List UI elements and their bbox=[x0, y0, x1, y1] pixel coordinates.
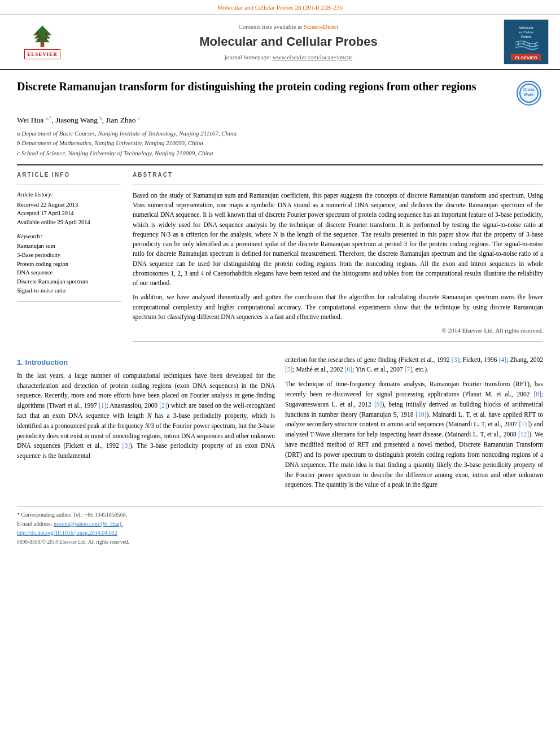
svg-text:and Cellular: and Cellular bbox=[519, 30, 534, 34]
abstract-divider-top bbox=[133, 185, 543, 185]
keyword-2: 3-Base periodicity bbox=[17, 251, 121, 260]
ref-1[interactable]: [1] bbox=[99, 402, 106, 409]
abstract-paragraph-1: Based on the study of Ramanujan sum and … bbox=[133, 191, 543, 289]
abstract-heading: ABSTRACT bbox=[133, 171, 543, 179]
header-divider bbox=[17, 164, 543, 165]
svg-text:Mark: Mark bbox=[524, 93, 533, 97]
abstract-divider-bottom bbox=[133, 341, 543, 342]
body-section: 1. Introduction In the last years, a lar… bbox=[17, 355, 543, 495]
ref-7[interactable]: [7] bbox=[405, 366, 412, 373]
svg-point-6 bbox=[39, 37, 41, 38]
affiliations: a Department of Basic Courses, Nanjing I… bbox=[17, 129, 543, 158]
body-right-column: criterion for the researches of gene fin… bbox=[285, 355, 543, 495]
journal-title-area: Contents lists available at ScienceDirec… bbox=[73, 23, 504, 62]
ref-12[interactable]: [12] bbox=[518, 431, 529, 438]
author-jian-zhao: Jian Zhao c bbox=[106, 116, 140, 124]
svg-text:Probes: Probes bbox=[520, 35, 531, 38]
affiliation-b: b Department of Mathematics, Nanjing Uni… bbox=[17, 139, 543, 147]
received-date: Received 22 August 2013 bbox=[17, 201, 121, 209]
svg-text:Cross: Cross bbox=[523, 88, 535, 91]
crossmark-svg: Cross Mark bbox=[519, 83, 539, 103]
email-label: E-mail address: bbox=[17, 521, 52, 527]
elsevier-tree-icon bbox=[28, 24, 56, 49]
author-wei-hua: Wei Hua a,*, bbox=[17, 116, 55, 124]
journal-bar: Molecular and Cellular Probes 28 (2014) … bbox=[0, 0, 560, 15]
ref-10[interactable]: [10] bbox=[415, 411, 426, 418]
contents-line: Contents lists available at ScienceDirec… bbox=[73, 23, 504, 31]
crossmark-badge[interactable]: Cross Mark bbox=[515, 79, 543, 107]
article-history: Article history: Received 22 August 2013… bbox=[17, 191, 121, 227]
journal-homepage-link[interactable]: www.elsevier.com/locate/ymcpr bbox=[273, 54, 353, 60]
footer-section: * Corresponding author. Tel.: +86 134518… bbox=[17, 506, 543, 546]
keyword-1: Ramanujan sum bbox=[17, 242, 121, 251]
ref-11[interactable]: [11] bbox=[519, 421, 530, 427]
ref-9[interactable]: [9] bbox=[374, 401, 382, 408]
available-online-date: Available online 29 April 2014 bbox=[17, 219, 121, 227]
ref-3b[interactable]: [3] bbox=[452, 356, 459, 363]
svg-point-5 bbox=[45, 33, 47, 34]
sciencedirect-link[interactable]: ScienceDirect bbox=[304, 23, 339, 30]
doi-line: http://dx.doi.org/10.1016/j.mcp.2014.04.… bbox=[17, 529, 543, 537]
journal-name: Molecular and Cellular Probes bbox=[73, 33, 504, 51]
author-jiasong-wang: Jiasong Wang b, bbox=[55, 116, 106, 124]
ref-6[interactable]: [6] bbox=[345, 366, 352, 373]
crossmark-icon: Cross Mark bbox=[517, 81, 541, 106]
intro-left-text: In the last years, a large number of com… bbox=[17, 371, 275, 461]
authors-line: Wei Hua a,*, Jiasong Wang b, Jian Zhao c bbox=[17, 114, 543, 125]
accepted-date: Accepted 17 April 2014 bbox=[17, 209, 121, 218]
ref-4[interactable]: [4] bbox=[499, 356, 506, 363]
journal-homepage-line: journal homepage: www.elsevier.com/locat… bbox=[73, 53, 504, 62]
svg-point-8 bbox=[37, 39, 38, 41]
keyword-3: Protein coding region bbox=[17, 260, 121, 269]
article-title: Discrete Ramanujan transform for disting… bbox=[17, 79, 515, 94]
doi-link[interactable]: http://dx.doi.org/10.1016/j.mcp.2014.04.… bbox=[17, 530, 117, 536]
svg-text:Molecular: Molecular bbox=[519, 26, 533, 29]
keywords-label: Keywords: bbox=[17, 233, 121, 241]
keyword-5: Discrete Ramanujan spectrum bbox=[17, 278, 121, 286]
main-content: Discrete Ramanujan transform for disting… bbox=[0, 70, 560, 555]
info-abstract-section: ARTICLE INFO Article history: Received 2… bbox=[17, 171, 543, 347]
contents-text: Contents lists available at bbox=[238, 23, 302, 30]
cover-image-icon: Molecular and Cellular Probes ELSEVIER bbox=[504, 20, 548, 64]
intro-right-text-2: The technique of time-frequency domains … bbox=[285, 379, 543, 490]
ref-8[interactable]: [8] bbox=[533, 391, 541, 397]
email-line: E-mail address: mweih@yahoo.com (W. Hua)… bbox=[17, 520, 543, 528]
introduction-title: 1. Introduction bbox=[17, 357, 275, 368]
journal-cover-image: Molecular and Cellular Probes ELSEVIER bbox=[504, 19, 549, 64]
history-label: Article history: bbox=[17, 191, 121, 199]
affiliation-a: a Department of Basic Courses, Nanjing I… bbox=[17, 129, 543, 138]
keyword-6: Signal-to-noise ratio bbox=[17, 287, 121, 295]
info-divider-top bbox=[17, 185, 121, 185]
intro-right-text-1: criterion for the researches of gene fin… bbox=[285, 355, 543, 375]
ref-5[interactable]: [5] bbox=[285, 366, 292, 373]
article-title-section: Discrete Ramanujan transform for disting… bbox=[17, 79, 543, 107]
svg-text:ELSEVIER: ELSEVIER bbox=[515, 55, 537, 60]
journal-header: ELSEVIER Contents lists available at Sci… bbox=[0, 15, 560, 70]
article-info-column: ARTICLE INFO Article history: Received 2… bbox=[17, 171, 121, 347]
corresponding-note: * Corresponding author. Tel.: +86 134518… bbox=[17, 511, 543, 519]
ref-3a[interactable]: [3] bbox=[123, 442, 130, 449]
abstract-text: Based on the study of Ramanujan sum and … bbox=[133, 191, 543, 322]
abstract-paragraph-2: In addition, we have analyzed theoretica… bbox=[133, 292, 543, 322]
body-left-column: 1. Introduction In the last years, a lar… bbox=[17, 355, 275, 495]
journal-citation: Molecular and Cellular Probes 28 (2014) … bbox=[217, 4, 343, 11]
keywords-section: Keywords: Ramanujan sum 3-Base periodici… bbox=[17, 233, 121, 295]
elsevier-brand-text: ELSEVIER bbox=[27, 51, 58, 57]
ref-2[interactable]: [2] bbox=[159, 402, 167, 409]
elsevier-logo-area: ELSEVIER bbox=[11, 24, 73, 61]
email-link[interactable]: mweih@yahoo.com (W. Hua). bbox=[54, 521, 123, 527]
article-info-heading: ARTICLE INFO bbox=[17, 171, 121, 179]
info-divider-bottom bbox=[17, 301, 121, 302]
footer-copyright: 0890-8508/© 2014 Elsevier Ltd. All right… bbox=[17, 539, 543, 546]
elsevier-logo-box: ELSEVIER bbox=[24, 49, 60, 60]
copyright-line: © 2014 Elsevier Ltd. All rights reserved… bbox=[133, 326, 543, 335]
keyword-4: DNA sequence bbox=[17, 269, 121, 277]
svg-point-4 bbox=[37, 32, 38, 33]
abstract-column: ABSTRACT Based on the study of Ramanujan… bbox=[133, 171, 543, 347]
affiliation-c: c School of Science, Nanjing University … bbox=[17, 149, 543, 158]
svg-point-7 bbox=[45, 38, 47, 40]
